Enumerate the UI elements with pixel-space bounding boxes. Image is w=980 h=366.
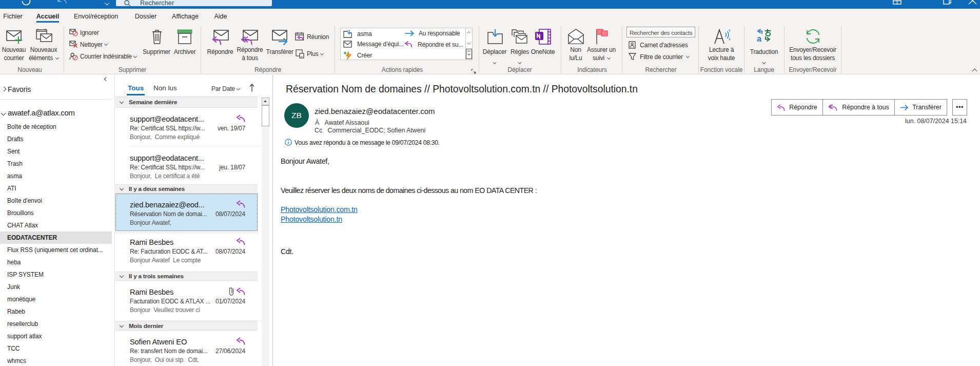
svg-text:a: a — [757, 34, 761, 43]
